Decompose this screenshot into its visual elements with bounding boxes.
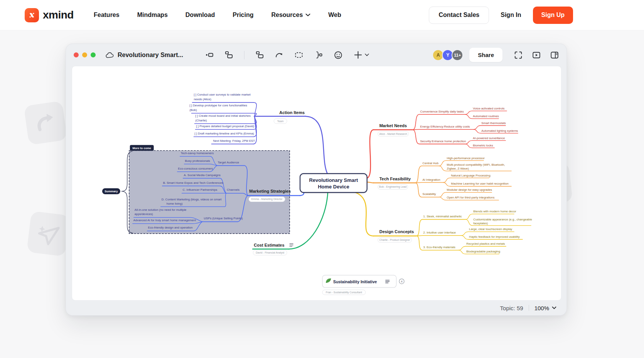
share-button[interactable]: Share xyxy=(469,48,502,62)
subtopic[interactable]: USPs (Unique Selling Points) xyxy=(204,217,243,220)
subtopic[interactable]: Energy Efficiency:Reduce utility costs xyxy=(420,125,470,128)
maximize-window-button[interactable] xyxy=(91,52,96,57)
leaf-topic[interactable]: Eco-conscious consumers xyxy=(178,167,213,170)
nav-features[interactable]: Features xyxy=(94,12,120,18)
leaf-topic[interactable]: Automated lighting systems xyxy=(481,129,518,133)
leaf-topic[interactable]: AI-powered surveillance xyxy=(473,136,505,140)
leaf-topic[interactable]: Voice-activated controls xyxy=(473,107,504,110)
assignee-tag-alice[interactable]: Alice - Market Research xyxy=(378,131,409,136)
leaf-topic-line2[interactable]: Zigbee, Z-Wave) xyxy=(447,167,469,170)
leaf-topic[interactable]: Blends with modern home decor xyxy=(473,210,516,213)
minimize-window-button[interactable] xyxy=(82,52,87,57)
leaf-topic-line2[interactable]: faceplates) xyxy=(473,222,488,225)
traffic-lights xyxy=(74,52,96,57)
assignee-tag-charlie[interactable]: Charlie - Product Designer xyxy=(378,237,412,242)
leaf-topic[interactable]: Smart thermostats xyxy=(481,121,506,125)
assignee-tag-team[interactable]: Team xyxy=(274,119,287,124)
assignee-tag-bob[interactable]: Bob - Engineering Lead xyxy=(378,184,408,189)
leaf-topic[interactable]: Automated routines xyxy=(473,114,499,118)
boundary-icon[interactable] xyxy=(295,51,303,59)
action-item-line2[interactable]: needs (Alice) xyxy=(194,97,212,101)
avatar-overflow-count[interactable]: 11+ xyxy=(452,49,463,61)
leaf-topic[interactable]: D. Content Marketing (blogs, videos on s… xyxy=(162,198,222,201)
sign-up-button[interactable]: Sign Up xyxy=(533,7,573,24)
nav-mindmaps[interactable]: Mindmaps xyxy=(137,12,168,18)
leaf-topic[interactable]: Large, clear touchscreen display xyxy=(469,227,512,231)
summary-bracket[interactable]: Summary xyxy=(102,151,133,234)
leaf-topic[interactable]: Recycled plastics and metals xyxy=(466,242,505,245)
marker-icon[interactable] xyxy=(334,51,342,59)
subtopic[interactable]: 3. Eco-friendly materials xyxy=(423,245,455,249)
leaf-topic[interactable]: Natural Language Processing xyxy=(451,174,490,177)
leaf-topic[interactable]: Tech-savvy homeowners xyxy=(181,151,214,155)
fullscreen-icon[interactable] xyxy=(514,51,523,59)
xmind-logo[interactable]: xmind xyxy=(25,8,74,22)
topic-tech-feasibility[interactable]: Tech Feasibility xyxy=(379,176,411,181)
leaf-topic[interactable]: Open API for third-party integrations xyxy=(447,196,494,199)
close-window-button[interactable] xyxy=(74,52,79,57)
leaf-topic[interactable]: Multi-protocol compatibility (WiFi, Blue… xyxy=(447,163,505,166)
leaf-topic[interactable]: Machine Learning for user habit recognit… xyxy=(451,182,508,185)
leaf-topic[interactable]: Eco-friendly design and operation xyxy=(148,226,193,229)
floating-topic-sustainability[interactable]: Sustainability Initiative 4 Fran - Susta… xyxy=(322,275,404,295)
mindmap-canvas[interactable]: More to come Summary Action Items Team [… xyxy=(72,66,561,301)
assignee-tag-david[interactable]: David - Financial Analyst xyxy=(253,250,287,255)
notes-icon[interactable] xyxy=(290,244,293,246)
subtopic[interactable]: AI Integration xyxy=(423,178,440,182)
topic-design-concepts[interactable]: Design Concepts xyxy=(379,229,414,234)
topic-cost-estimates[interactable]: Cost Estimates xyxy=(254,243,284,247)
summary-icon[interactable] xyxy=(314,51,323,59)
leaf-topic[interactable]: High-performance processor xyxy=(447,156,485,160)
topic-action-items[interactable]: Action Items xyxy=(279,110,305,115)
assignee-tag-fran[interactable]: Fran - Sustainability Consultant xyxy=(322,290,366,295)
action-item-line2[interactable]: (Charlie) xyxy=(196,119,207,122)
action-item[interactable]: [ ] Prepare detailed budget proposal (Da… xyxy=(196,124,255,128)
topic-market-needs[interactable]: Market Needs xyxy=(379,123,407,128)
leaf-topic[interactable]: Busy professionals xyxy=(185,159,210,163)
leaf-topic-line2[interactable]: home living) xyxy=(167,202,183,205)
leaf-topic[interactable]: All-in-one solution (no need for multipl… xyxy=(135,208,187,212)
leaf-topic[interactable]: Biometric locks xyxy=(473,144,493,147)
leaf-topic[interactable]: B. Smart Home Expos and Tech Conferences xyxy=(163,181,224,185)
action-item[interactable]: Next Meeting: Friday, 2PM EST xyxy=(213,139,255,143)
nav-web[interactable]: Web xyxy=(328,12,341,18)
leaf-topic[interactable]: A. Social Media Campaigns xyxy=(184,173,221,177)
subtopic[interactable]: 1. Sleek, minimalist aesthetic xyxy=(423,215,462,218)
attachment-count-badge[interactable]: 4 xyxy=(399,279,404,284)
panel-icon[interactable] xyxy=(550,51,559,59)
action-item[interactable]: [ ] Draft marketing timeline and KPIs (E… xyxy=(195,132,254,135)
subtopic[interactable]: 2. Intuitive user interface xyxy=(423,231,456,234)
nav-download[interactable]: Download xyxy=(185,12,215,18)
action-item[interactable]: [ ] Develop prototype for core functiona… xyxy=(190,104,247,107)
insert-subtopic-icon[interactable] xyxy=(225,51,233,59)
presentation-icon[interactable] xyxy=(532,51,541,59)
subtopic[interactable]: Security:Enhance home protection xyxy=(420,140,466,143)
leaf-topic[interactable]: Advanced AI for truly smart home managem… xyxy=(133,218,196,222)
central-topic[interactable]: Revolutionary Smart Home Device xyxy=(300,174,367,194)
subtopic[interactable]: Target Audience xyxy=(217,161,239,164)
nav-pricing[interactable]: Pricing xyxy=(233,12,253,18)
assignee-tag-emma[interactable]: Emma - Marketing Director xyxy=(249,197,285,202)
topic-marketing-strategies[interactable]: Marketing Strategies xyxy=(249,189,291,193)
action-item[interactable]: [ ] Conduct user surveys to validate mar… xyxy=(194,93,251,96)
sign-in-link[interactable]: Sign In xyxy=(501,12,521,18)
insert-topic-after-icon[interactable] xyxy=(256,51,264,59)
action-item-line2[interactable]: (Bob) xyxy=(190,108,197,112)
subtopic[interactable]: Channels xyxy=(227,188,239,192)
leaf-topic-line2[interactable]: apps/devices) xyxy=(135,212,153,216)
subtopic[interactable]: Central Hub xyxy=(423,161,438,165)
insert-plus-icon[interactable] xyxy=(354,50,369,59)
relationship-icon[interactable] xyxy=(275,51,283,59)
leaf-topic[interactable]: Modular design for easy upgrades xyxy=(447,188,492,192)
leaf-topic[interactable]: Customizable appearance (e.g., changeabl… xyxy=(473,218,532,221)
nav-resources[interactable]: Resources xyxy=(271,12,310,18)
leaf-topic[interactable]: C. Influencer Partnerships xyxy=(183,188,217,192)
insert-topic-before-icon[interactable] xyxy=(206,51,214,59)
leaf-topic[interactable]: Biodegradable packaging xyxy=(466,250,500,253)
subtopic[interactable]: Scalability xyxy=(423,192,436,196)
subtopic[interactable]: Convenience:Simplify daily tasks xyxy=(420,110,464,113)
leaf-topic[interactable]: Haptic feedback for improved usability xyxy=(469,235,519,239)
zoom-control[interactable]: 100% xyxy=(534,305,556,311)
contact-sales-button[interactable]: Contact Sales xyxy=(429,7,489,24)
action-item[interactable]: [ ] Create mood board and initial sketch… xyxy=(196,114,251,118)
